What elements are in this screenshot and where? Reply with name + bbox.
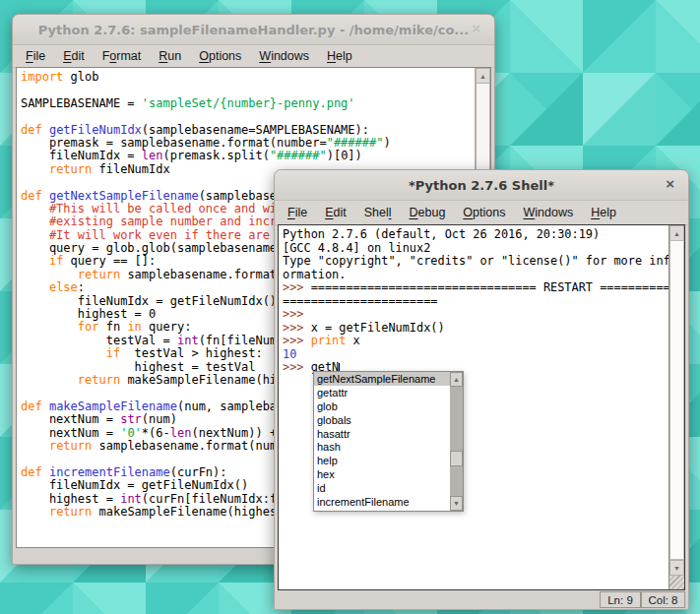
shell-window-title: *Python 2.7.6 Shell* xyxy=(409,178,554,193)
shell-statusbar: Ln: 9 Col: 8 xyxy=(275,590,688,609)
status-line-indicator: Ln: 9 xyxy=(600,591,641,608)
menu-item-file[interactable]: File xyxy=(279,204,316,221)
code-line: [GCC 4.8.4] on linux2 xyxy=(283,242,669,256)
autocomplete-item[interactable]: id xyxy=(314,481,450,495)
autocomplete-list: getNextSampleFilenamegetattrglobglobalsh… xyxy=(314,372,450,511)
code-line xyxy=(21,110,476,123)
menu-item-options[interactable]: Options xyxy=(190,47,250,65)
scroll-down-icon[interactable]: ▼ xyxy=(450,496,463,511)
editor-close-icon[interactable]: × xyxy=(472,20,480,36)
code-line: premask = samplebasename.format(number="… xyxy=(21,137,476,150)
autocomplete-item[interactable]: hex xyxy=(314,467,450,481)
code-line: ====================== xyxy=(283,295,669,309)
autocomplete-item[interactable]: help xyxy=(314,454,450,467)
menu-item-help[interactable]: Help xyxy=(582,204,625,221)
scroll-down-icon[interactable]: ▼ xyxy=(669,560,684,576)
scroll-up-icon[interactable]: ▲ xyxy=(669,225,684,241)
code-line: ormation. xyxy=(283,269,669,282)
editor-window-title: Python 2.7.6: sampleFilenameHandler.py -… xyxy=(38,23,469,37)
status-col-indicator: Col: 8 xyxy=(641,591,685,608)
shell-vertical-scrollbar[interactable]: ▲ ▼ xyxy=(668,225,684,589)
code-line: >>> x = getFileNumIdx() xyxy=(283,322,669,336)
autocomplete-item[interactable]: getNextSampleFilename xyxy=(314,372,450,386)
autocomplete-popup: getNextSampleFilenamegetattrglobglobalsh… xyxy=(313,371,464,512)
shell-close-icon[interactable]: × xyxy=(666,175,674,192)
autocomplete-item[interactable]: getattr xyxy=(314,386,450,399)
autocomplete-item[interactable]: glob xyxy=(314,399,450,413)
autocomplete-item[interactable]: hash xyxy=(314,440,450,454)
shell-menubar: FileEditShellDebugOptionsWindowsHelp xyxy=(275,201,688,225)
autocomplete-scrollbar[interactable]: ▲ ▼ xyxy=(450,372,463,511)
code-line: fileNumIdx = len(premask.split("######")… xyxy=(21,150,476,162)
menu-item-edit[interactable]: Edit xyxy=(316,204,355,221)
menu-item-debug[interactable]: Debug xyxy=(401,204,455,221)
menu-item-format[interactable]: Format xyxy=(94,47,151,65)
shell-titlebar[interactable]: *Python 2.7.6 Shell* × xyxy=(275,170,688,201)
editor-menubar: FileEditFormatRunOptionsWindowsHelp xyxy=(13,45,494,68)
scroll-up-icon[interactable]: ▲ xyxy=(476,68,490,84)
autocomplete-item[interactable]: hasattr xyxy=(314,427,450,441)
menu-item-shell[interactable]: Shell xyxy=(355,204,401,221)
code-line: def getFileNumIdx(samplebasename=SAMPLEB… xyxy=(21,124,476,137)
autocomplete-item[interactable]: globals xyxy=(314,413,450,427)
code-line: >>> ================================ RES… xyxy=(283,281,669,295)
menu-item-options[interactable]: Options xyxy=(454,204,514,221)
editor-titlebar[interactable]: Python 2.7.6: sampleFilenameHandler.py -… xyxy=(13,15,494,45)
code-line xyxy=(21,84,476,96)
autocomplete-item[interactable]: incrementFilename xyxy=(314,495,450,509)
menu-item-windows[interactable]: Windows xyxy=(250,47,318,65)
menu-item-edit[interactable]: Edit xyxy=(54,47,94,65)
menu-item-run[interactable]: Run xyxy=(150,47,190,65)
code-line: 10 xyxy=(283,348,669,362)
menu-item-windows[interactable]: Windows xyxy=(514,204,582,221)
code-line: Python 2.7.6 (default, Oct 26 2016, 20:3… xyxy=(283,228,669,242)
autocomplete-scrollbar-thumb[interactable] xyxy=(450,451,463,466)
code-line: Type "copyright", "credits" or "license(… xyxy=(283,255,669,269)
code-line: >>> xyxy=(283,308,669,322)
scroll-up-icon[interactable]: ▲ xyxy=(450,372,463,387)
code-line: import glob xyxy=(21,71,476,84)
menu-item-file[interactable]: File xyxy=(17,47,54,65)
code-line: >>> print x xyxy=(283,335,669,348)
menu-item-help[interactable]: Help xyxy=(318,47,361,65)
resize-grip-icon[interactable] xyxy=(669,575,684,589)
shell-scrollbar-thumb[interactable] xyxy=(669,240,684,560)
code-line: SAMPLEBASENAME = 'sampleSet/{number}-pen… xyxy=(21,97,476,110)
